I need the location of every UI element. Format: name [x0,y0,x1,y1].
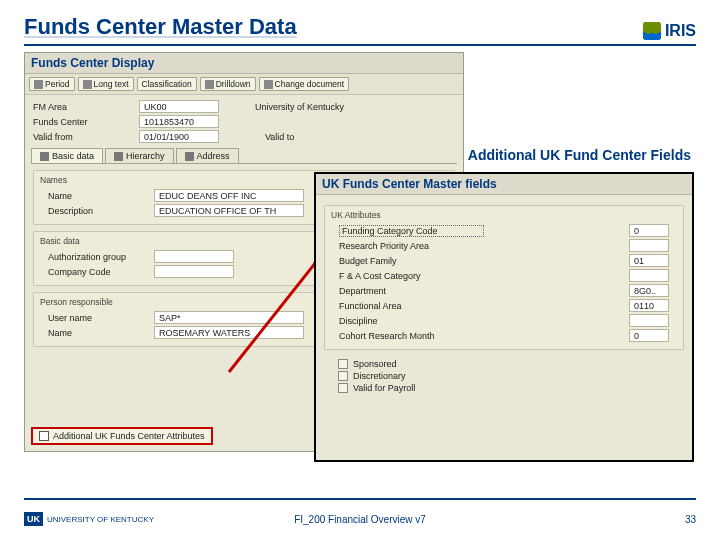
valid-from-label: Valid from [33,132,133,142]
attr-value[interactable]: 0110 [629,299,669,312]
attr-label: Research Priority Area [339,241,484,251]
callout-text: Additional UK Fund Center Fields [468,147,691,163]
attr-value[interactable]: 0 [629,329,669,342]
funds-center-value: 1011853470 [139,115,219,128]
tab-basic-icon [40,152,49,161]
tab-basic-data[interactable]: Basic data [31,148,103,163]
slide-title: Funds Center Master Data [24,14,297,40]
uk-master-fields-window: UK Funds Center Master fields UK Attribu… [314,172,694,462]
drilldown-icon [205,80,214,89]
tabstrip: Basic data Hierarchy Address [31,148,457,164]
toolbar-classification-button[interactable]: Classification [137,77,197,91]
company-code-value [154,265,234,278]
period-icon [34,80,43,89]
page-number: 33 [685,514,696,525]
uk-org-name: UNIVERSITY OF KENTUCKY [47,515,154,524]
attr-label: F & A Cost Category [339,271,484,281]
attr-label: Budget Family [339,256,484,266]
tab-hierarchy-icon [114,152,123,161]
toolbar: Period Long text Classification Drilldow… [25,74,463,95]
uk-attributes-group: UK Attributes Funding Category Code 0 Re… [324,205,684,350]
attr-label: Functional Area [339,301,484,311]
fm-area-value: UK00 [139,100,219,113]
tab-address-icon [185,152,194,161]
fm-area-desc: University of Kentucky [255,102,344,112]
valid-from-value: 01/01/1900 [139,130,219,143]
attr-value[interactable]: 0 [629,224,669,237]
window-title: UK Funds Center Master fields [316,174,692,195]
basic-data-group-title: Basic data [38,236,82,246]
iris-logo: IRIS [643,22,696,40]
uk-badge-icon: UK [24,512,43,526]
footer-doc-title: FI_200 Financial Overview v7 [294,514,426,525]
additional-attributes-button[interactable]: Additional UK Funds Center Attributes [31,427,213,445]
iris-logo-text: IRIS [665,22,696,40]
person-name-value: ROSEMARY WATERS [154,326,304,339]
toolbar-changedoc-button[interactable]: Change document [259,77,349,91]
funds-center-label: Funds Center [33,117,133,127]
uk-logo: UK UNIVERSITY OF KENTUCKY [24,512,154,526]
attr-value[interactable] [629,239,669,252]
discretionary-label: Discretionary [353,371,406,381]
username-label: User name [48,313,148,323]
uk-attributes-title: UK Attributes [329,210,383,220]
sponsored-checkbox[interactable] [338,359,348,369]
tab-hierarchy[interactable]: Hierarchy [105,148,174,163]
attr-value[interactable] [629,314,669,327]
attr-label: Department [339,286,484,296]
company-code-label: Company Code [48,267,148,277]
discretionary-checkbox[interactable] [338,371,348,381]
tab-address[interactable]: Address [176,148,239,163]
window-title: Funds Center Display [25,53,463,74]
sponsored-label: Sponsored [353,359,397,369]
longtext-icon [83,80,92,89]
payroll-checkbox[interactable] [338,383,348,393]
payroll-label: Valid for Payroll [353,383,415,393]
toolbar-period-button[interactable]: Period [29,77,75,91]
valid-to-label: Valid to [265,132,294,142]
attr-value[interactable]: 8G0.. [629,284,669,297]
description-label: Description [48,206,148,216]
person-name-label: Name [48,328,148,338]
attr-label: Cohort Research Month [339,331,484,341]
iris-flower-icon [643,22,661,40]
username-value: SAP* [154,311,304,324]
name-value: EDUC DEANS OFF INC [154,189,304,202]
person-group-title: Person responsible [38,297,115,307]
auth-group-value [154,250,234,263]
auth-group-label: Authorization group [48,252,148,262]
fm-area-label: FM Area [33,102,133,112]
footer-divider [24,498,696,500]
additional-attributes-label: Additional UK Funds Center Attributes [53,431,205,441]
attr-value[interactable] [629,269,669,282]
attr-label: Funding Category Code [339,225,484,237]
toolbar-drilldown-button[interactable]: Drilldown [200,77,256,91]
attr-value[interactable]: 01 [629,254,669,267]
toolbar-longtext-button[interactable]: Long text [78,77,134,91]
name-label: Name [48,191,148,201]
names-group-title: Names [38,175,69,185]
description-value: EDUCATION OFFICE OF TH [154,204,304,217]
document-icon [39,431,49,441]
attr-label: Discipline [339,316,484,326]
changedoc-icon [264,80,273,89]
